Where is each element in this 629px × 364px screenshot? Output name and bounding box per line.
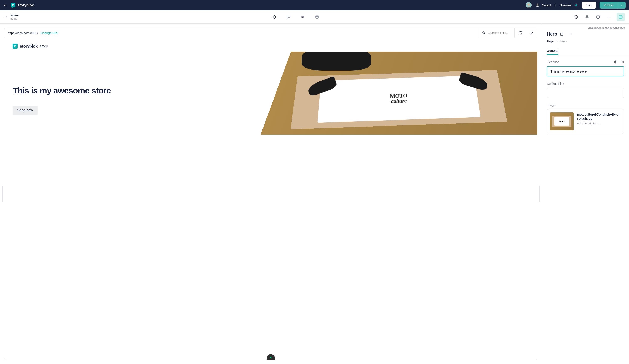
image-label: Image [547, 103, 624, 107]
comment-icon [287, 15, 291, 19]
headline-label: Headline [547, 60, 559, 64]
avatar[interactable] [526, 2, 532, 8]
url-bar: https://localhost:3000/ Change URL [4, 28, 537, 38]
tab-general[interactable]: General [547, 47, 559, 55]
subheadline-input[interactable] [547, 88, 624, 98]
tabs: General [542, 47, 629, 55]
change-url-link[interactable]: Change URL [40, 31, 59, 35]
block-title: Hero [547, 31, 557, 37]
field-comment-button[interactable] [621, 60, 624, 64]
resize-handle-left[interactable] [2, 185, 3, 202]
svg-point-14 [570, 34, 571, 34]
nuxt-badge[interactable]: ▲ [267, 354, 275, 360]
save-button[interactable]: Save [582, 2, 596, 8]
logo-text: storyblok [17, 3, 34, 7]
top-nav: B storyblok Default Preview Save Publish [0, 0, 629, 10]
back-button[interactable] [3, 3, 7, 7]
svg-point-8 [609, 17, 610, 17]
hero-section: This is my awesome store Shop now MOTO [4, 52, 537, 139]
preview-label: Preview [560, 3, 571, 7]
svg-point-4 [302, 17, 303, 18]
logo-badge-icon: B [11, 3, 15, 7]
image-card[interactable]: MOTO motoculturel-7pnghphyflk-unsplash.j… [547, 109, 624, 133]
comments-tool[interactable] [285, 13, 292, 20]
field-subheadline: Subheadline [547, 82, 624, 98]
publish-dropdown-button[interactable] [618, 2, 626, 8]
field-actions [614, 60, 624, 64]
shop-now-button[interactable]: Shop now [13, 106, 38, 115]
more-tool[interactable] [606, 14, 612, 20]
hero-text: This is my awesome store Shop now [13, 62, 212, 139]
svg-point-13 [569, 34, 570, 34]
collapse-button[interactable] [526, 28, 537, 38]
diamond-icon [272, 15, 277, 19]
nav-right: Default Preview Save Publish [526, 2, 626, 8]
svg-rect-5 [316, 16, 318, 18]
svg-rect-12 [560, 33, 563, 35]
block-more-button[interactable] [569, 32, 572, 36]
field-settings-button[interactable] [614, 60, 618, 64]
nuxt-icon: ▲ [269, 355, 272, 359]
globe-icon [535, 3, 540, 7]
history-tool[interactable] [573, 14, 580, 20]
site-header: B storyblok store [4, 38, 537, 52]
editor-toolbar: Home home [0, 10, 629, 24]
breadcrumb-current: Hero [560, 40, 567, 43]
resize-handle-right[interactable] [539, 185, 540, 202]
language-selector[interactable]: Default [535, 3, 557, 7]
field-headline: Headline [547, 60, 624, 77]
url-text: https://localhost:3000/ [8, 31, 38, 35]
headline-input[interactable] [547, 66, 624, 77]
panel-right-icon [619, 15, 623, 19]
search-input[interactable] [488, 31, 511, 34]
sliders-icon [301, 15, 305, 19]
preview-content[interactable]: B storyblok store This is my awesome sto… [4, 38, 537, 360]
page-title: Home [10, 14, 18, 17]
blocks-tool[interactable] [271, 13, 278, 20]
svg-point-16 [615, 62, 616, 62]
status-indicator-icon [574, 3, 578, 7]
site-logo-icon: B [13, 44, 18, 49]
monitor-icon [596, 15, 600, 19]
config-tool[interactable] [300, 13, 306, 20]
svg-point-7 [608, 17, 609, 17]
toolbar-right [573, 13, 625, 21]
nav-left: B storyblok [3, 3, 34, 7]
tshirt-sleeve-right [459, 72, 488, 91]
pin-tool[interactable] [584, 14, 590, 20]
tshirt-sleeve-left [307, 76, 337, 97]
svg-point-9 [610, 17, 611, 17]
logo[interactable]: B storyblok [11, 3, 34, 7]
block-header: Hero Page Hero [542, 30, 629, 43]
breadcrumb-root[interactable]: Page [547, 40, 554, 43]
search-blocks[interactable] [478, 28, 514, 38]
preview-panel: https://localhost:3000/ Change URL B sto… [0, 24, 542, 364]
fields: Headline Subheadline Image MOTO [542, 55, 629, 138]
image-info: motoculturel-7pnghphyflk-unsplash.jpg Ad… [577, 112, 621, 125]
gear-icon [614, 60, 618, 64]
url-tools [478, 28, 537, 38]
refresh-button[interactable] [514, 28, 526, 38]
page-info[interactable]: Home home [4, 14, 18, 20]
tshirt-graphic: MOTO culture [317, 76, 481, 123]
more-icon [569, 32, 572, 36]
chevron-right-icon [556, 40, 558, 43]
calendar-icon [315, 15, 319, 19]
svg-point-11 [482, 32, 485, 34]
preview-status[interactable]: Preview [560, 3, 578, 7]
publish-button[interactable]: Publish [600, 2, 618, 8]
device-tool[interactable] [595, 13, 602, 20]
svg-rect-6 [596, 15, 600, 18]
preview-frame: https://localhost:3000/ Change URL B sto… [4, 28, 537, 360]
refresh-icon [518, 31, 522, 35]
image-description[interactable]: Add description... [577, 122, 621, 125]
toggle-panel-tool[interactable] [617, 13, 625, 21]
svg-point-15 [571, 34, 571, 34]
main-area: https://localhost:3000/ Change URL B sto… [0, 24, 629, 364]
releases-tool[interactable] [314, 13, 320, 20]
hero-headline: This is my awesome store [13, 86, 212, 95]
toolbar-center [271, 13, 320, 20]
field-label-row: Headline [547, 60, 624, 64]
more-icon [607, 15, 611, 19]
block-calendar-icon [560, 32, 564, 36]
